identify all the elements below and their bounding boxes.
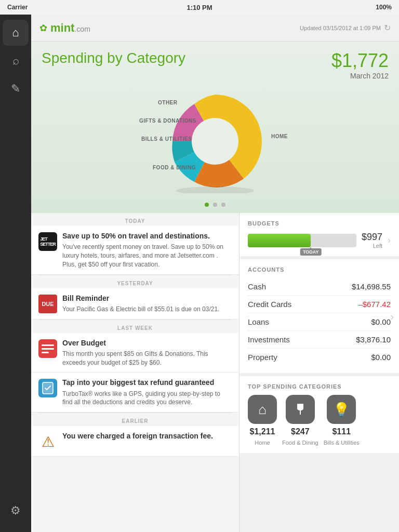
chart-amount-block: $1,772 March 2012 [331,50,389,80]
feed-item-jetsetter-content: Save up to 50% on travel and destination… [62,231,232,269]
search-icon: ⌕ [12,54,19,68]
feed-item-budget-desc: This month you spent $85 on Gifts & Dona… [62,350,232,367]
feed-label-today: TODAY [31,213,239,226]
spending-amount-home: $1,211 [250,427,275,436]
account-name-cash: Cash [248,282,266,291]
refresh-icon[interactable]: ↻ [384,23,391,33]
spending-cat-home[interactable]: ⌂ $1,211 Home [248,395,277,446]
spending-amount-food: $247 [291,427,310,436]
warning-icon: ⚠ [38,432,57,451]
spending-label-food: Food & Dining [282,440,318,446]
chart-dot-2[interactable] [213,203,217,207]
svg-point-1 [176,187,254,193]
chart-amount-value: $1,772 [331,50,389,72]
main-content: ✿ mint.com Updated 03/15/2012 at 1:09 PM… [31,15,399,532]
account-value-investments: $3,876.10 [356,335,391,344]
account-value-loans: $0.00 [371,317,391,326]
updated-label: Updated 03/15/2012 at 1:09 PM [300,25,381,31]
spending-cat-bills[interactable]: 💡 $111 Bills & Utilities [324,395,360,446]
carrier-label: Carrier [7,4,28,11]
budget-icon [38,339,57,358]
top-spending-section: TOP SPENDING CATEGORIES ⌂ $1,211 Home $2… [240,376,399,453]
feed-item-warning-content: You were charged a foreign transaction f… [62,431,232,451]
feed-item-bill-title: Bill Reminder [62,294,232,303]
chart-title: Spending by Category [42,50,185,66]
budget-amount-val: $997 [362,232,382,243]
sidebar-item-search[interactable]: ⌕ [3,48,29,74]
right-panel: BUDGETS TODAY $997 Left › [239,213,399,532]
feed-item-jetsetter-title: Save up to 50% on travel and destination… [62,231,232,241]
mint-leaf-icon: ✿ [39,22,47,34]
sidebar-item-settings[interactable]: ⚙ [3,498,29,524]
feed-item-tax-title: Tap into your biggest tax refund guarant… [62,378,232,387]
feed-item-tax[interactable]: Tap into your biggest tax refund guarant… [31,373,239,413]
feed-label-lastweek: LAST WEEK [31,320,239,333]
account-row-credit[interactable]: Credit Cards –$677.42 [248,296,391,313]
label-home: HOME [271,134,288,139]
label-other: OTHER [158,100,178,105]
feed-item-tax-desc: TurboTax® works like a GPS, guiding you … [62,390,232,407]
feed-item-budget[interactable]: Over Budget This month you spent $85 on … [31,333,239,373]
account-row-loans[interactable]: Loans $0.00 [248,313,391,331]
label-gifts: GIFTS & DONATIONS [139,118,196,124]
feed-item-bill-content: Bill Reminder Your Pacific Gas & Electri… [62,294,232,314]
account-value-credit: –$677.42 [358,300,391,309]
accounts-section: ACCOUNTS Cash $14,698.55 Credit Cards –$… [240,259,399,373]
mint-logo: ✿ mint.com [39,21,90,35]
jetsetter-icon: JETSETTER [38,232,57,251]
chart-amount-date: March 2012 [331,72,389,80]
accounts-chevron-icon[interactable]: › [390,310,394,322]
account-row-investments[interactable]: Investments $3,876.10 [248,331,391,349]
chart-dot-3[interactable] [221,203,225,207]
feed-label-yesterday: YESTERDAY [31,275,239,288]
feed-item-budget-content: Over Budget This month you spent $85 on … [62,338,232,367]
account-name-investments: Investments [248,335,290,344]
chart-header: Spending by Category $1,772 March 2012 [42,50,389,80]
feed-item-bill[interactable]: DUE Bill Reminder Your Pacific Gas & Ele… [31,288,239,320]
account-name-loans: Loans [248,317,269,326]
mint-wordmark: mint.com [50,21,90,35]
battery-label: 100% [376,4,392,11]
svg-rect-3 [42,348,54,350]
budget-chevron-icon[interactable]: › [388,235,391,246]
sidebar: ⌂ ⌕ ✎ ⚙ [0,15,31,532]
budget-bar-container [248,234,356,247]
feed-item-budget-title: Over Budget [62,338,232,348]
spending-cat-food[interactable]: $247 Food & Dining [282,395,318,446]
svg-rect-4 [42,352,49,353]
feed-label-earlier: EARLIER [31,413,239,426]
label-food: FOOD & DINING [153,165,196,170]
accounts-list: Cash $14,698.55 Credit Cards –$677.42 Lo… [248,278,391,366]
chart-dot-1[interactable] [205,203,209,207]
feed-item-warning[interactable]: ⚠ You were charged a foreign transaction… [31,426,239,457]
budget-bar-wrapper: TODAY [248,234,356,247]
compose-icon: ✎ [11,82,20,96]
budget-bar-fill [248,234,311,247]
account-value-cash: $14,698.55 [352,282,391,291]
feed-item-tax-content: Tap into your biggest tax refund guarant… [62,378,232,407]
settings-icon: ⚙ [10,504,21,517]
home-icon: ⌂ [12,26,19,39]
chart-area: OTHER GIFTS & DONATIONS BILLS & UTILITIE… [42,84,389,198]
time-label: 1:10 PM [187,4,212,11]
status-bar: Carrier 1:10 PM 100% [0,0,399,15]
chart-dots [42,203,389,207]
budget-bar-row: TODAY $997 Left › [248,232,391,249]
feed-item-warning-title: You were charged a foreign transaction f… [62,431,232,441]
account-row-property[interactable]: Property $0.00 [248,349,391,366]
spending-icon-home: ⌂ [248,395,277,424]
accounts-title: ACCOUNTS [248,267,391,273]
feed-item-jetsetter[interactable]: JETSETTER Save up to 50% on travel and d… [31,226,239,275]
spending-icon-bills: 💡 [327,395,356,424]
budget-amount-col: $997 Left [362,232,382,249]
label-bills: BILLS & UTILITIES [141,136,192,142]
budget-amount-label: Left [362,243,382,249]
account-value-property: $0.00 [371,353,391,362]
account-row-cash[interactable]: Cash $14,698.55 [248,278,391,296]
account-name-property: Property [248,353,277,362]
sidebar-item-compose[interactable]: ✎ [3,76,29,102]
spending-label-home: Home [255,440,270,446]
top-spending-row: ⌂ $1,211 Home $247 Food & Dining [248,395,391,446]
tax-icon [38,379,57,397]
sidebar-item-home[interactable]: ⌂ [3,20,29,46]
